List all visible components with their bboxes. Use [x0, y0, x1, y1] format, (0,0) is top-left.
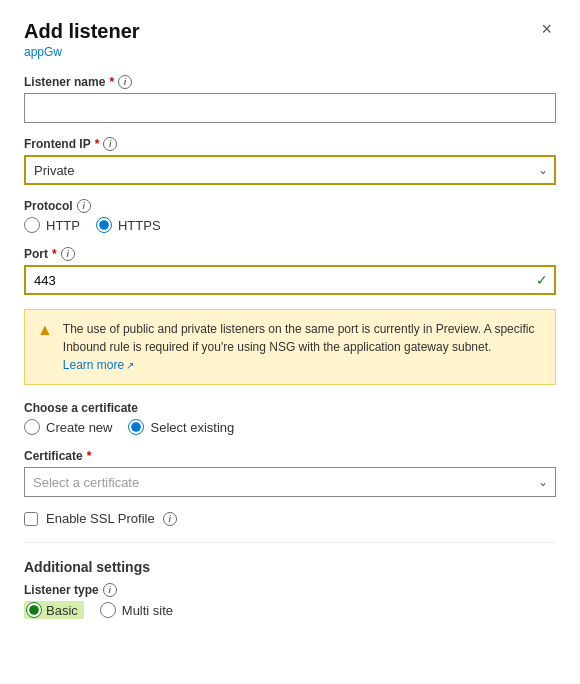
required-asterisk: * — [87, 449, 92, 463]
choose-certificate-label: Choose a certificate — [24, 401, 556, 415]
listener-type-label: Listener type i — [24, 583, 556, 597]
certificate-select[interactable]: Select a certificate — [24, 467, 556, 497]
frontend-ip-label: Frontend IP * i — [24, 137, 556, 151]
protocol-radio-group: HTTP HTTPS — [24, 217, 556, 233]
panel-subtitle: appGw — [24, 45, 556, 59]
protocol-https-label: HTTPS — [118, 218, 161, 233]
certificate-radio-group: Create new Select existing — [24, 419, 556, 435]
basic-radio-highlight: Basic — [24, 601, 84, 619]
close-button[interactable]: × — [537, 20, 556, 38]
listener-type-multisite-option[interactable]: Multi site — [100, 602, 173, 618]
certificate-select-wrapper: Select a certificate ⌄ — [24, 467, 556, 497]
add-listener-panel: Add listener × appGw Listener name * i F… — [0, 0, 580, 684]
panel-header: Add listener × — [24, 20, 556, 43]
warning-box: ▲ The use of public and private listener… — [24, 309, 556, 385]
protocol-http-radio[interactable] — [24, 217, 40, 233]
warning-triangle-icon: ▲ — [37, 321, 53, 339]
listener-type-basic-label: Basic — [46, 603, 78, 618]
listener-type-radio-group: Basic Multi site — [24, 601, 556, 619]
port-info-icon[interactable]: i — [61, 247, 75, 261]
listener-name-field: Listener name * i — [24, 75, 556, 123]
frontend-ip-field: Frontend IP * i Private Public ⌄ — [24, 137, 556, 185]
required-asterisk: * — [95, 137, 100, 151]
required-asterisk: * — [52, 247, 57, 261]
protocol-http-label: HTTP — [46, 218, 80, 233]
protocol-field: Protocol i HTTP HTTPS — [24, 199, 556, 233]
frontend-ip-select-wrapper: Private Public ⌄ — [24, 155, 556, 185]
listener-type-multisite-label: Multi site — [122, 603, 173, 618]
create-new-option[interactable]: Create new — [24, 419, 112, 435]
port-input[interactable] — [24, 265, 556, 295]
create-new-label: Create new — [46, 420, 112, 435]
select-existing-label: Select existing — [150, 420, 234, 435]
port-label: Port * i — [24, 247, 556, 261]
required-asterisk: * — [109, 75, 114, 89]
listener-type-basic-option[interactable]: Basic — [24, 601, 84, 619]
port-field: Port * i ✓ — [24, 247, 556, 295]
ssl-profile-label: Enable SSL Profile — [46, 511, 155, 526]
frontend-ip-info-icon[interactable]: i — [103, 137, 117, 151]
choose-certificate-field: Choose a certificate Create new Select e… — [24, 401, 556, 435]
section-divider — [24, 542, 556, 543]
protocol-info-icon[interactable]: i — [77, 199, 91, 213]
select-existing-option[interactable]: Select existing — [128, 419, 234, 435]
listener-name-label: Listener name * i — [24, 75, 556, 89]
protocol-https-option[interactable]: HTTPS — [96, 217, 161, 233]
listener-type-multisite-radio[interactable] — [100, 602, 116, 618]
listener-type-info-icon[interactable]: i — [103, 583, 117, 597]
external-link-icon: ↗ — [126, 358, 134, 373]
create-new-radio[interactable] — [24, 419, 40, 435]
port-checkmark-icon: ✓ — [536, 272, 548, 288]
warning-message: The use of public and private listeners … — [63, 320, 543, 374]
panel-title: Add listener — [24, 20, 140, 43]
protocol-https-radio[interactable] — [96, 217, 112, 233]
listener-name-info-icon[interactable]: i — [118, 75, 132, 89]
certificate-dropdown-field: Certificate * Select a certificate ⌄ — [24, 449, 556, 497]
listener-type-field: Listener type i Basic Multi site — [24, 583, 556, 619]
protocol-http-option[interactable]: HTTP — [24, 217, 80, 233]
select-existing-radio[interactable] — [128, 419, 144, 435]
port-input-wrapper: ✓ — [24, 265, 556, 295]
additional-settings-title: Additional settings — [24, 559, 556, 575]
listener-name-input[interactable] — [24, 93, 556, 123]
ssl-profile-row: Enable SSL Profile i — [24, 511, 556, 526]
ssl-profile-checkbox[interactable] — [24, 512, 38, 526]
additional-settings-section: Additional settings Listener type i Basi… — [24, 559, 556, 619]
listener-type-basic-radio[interactable] — [26, 602, 42, 618]
ssl-profile-info-icon[interactable]: i — [163, 512, 177, 526]
protocol-label: Protocol i — [24, 199, 556, 213]
learn-more-link[interactable]: Learn more ↗ — [63, 356, 134, 374]
frontend-ip-select[interactable]: Private Public — [24, 155, 556, 185]
certificate-field-label: Certificate * — [24, 449, 556, 463]
